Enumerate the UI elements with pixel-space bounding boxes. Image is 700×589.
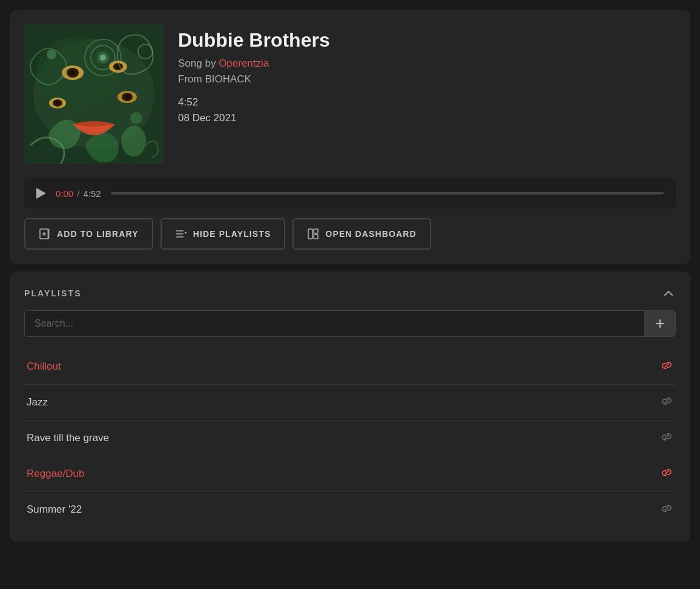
action-buttons: ADD TO LIBRARY HIDE PLAYLISTS OPEN DASHB…: [24, 218, 676, 250]
song-by: Song by Operentzia: [178, 58, 330, 70]
song-date: 08 Dec 2021: [178, 112, 330, 124]
playlist-item[interactable]: Jazz: [24, 385, 676, 421]
play-button[interactable]: [36, 188, 46, 199]
svg-point-9: [70, 70, 75, 75]
add-to-library-label: ADD TO LIBRARY: [57, 229, 139, 239]
playlist-item[interactable]: Rave till the grave: [24, 421, 676, 456]
time-separator: /: [77, 188, 79, 199]
svg-point-15: [56, 101, 59, 105]
playlist-list: Chillout Jazz Rave till the grave Reggae…: [24, 349, 676, 527]
playlist-add-button[interactable]: [644, 311, 675, 336]
add-to-library-button[interactable]: ADD TO LIBRARY: [24, 218, 153, 250]
total-time: 4:52: [83, 188, 101, 199]
song-info: Dubbie Brothers Song by Operentzia From …: [24, 24, 676, 164]
song-card: Dubbie Brothers Song by Operentzia From …: [10, 10, 690, 264]
hide-playlists-button[interactable]: HIDE PLAYLISTS: [160, 218, 286, 250]
hide-playlists-icon: [175, 228, 187, 240]
svg-point-18: [125, 95, 130, 99]
svg-rect-33: [314, 235, 318, 239]
album-art: [24, 24, 163, 164]
playlists-header: PLAYLISTS: [24, 286, 676, 301]
svg-rect-25: [47, 229, 50, 239]
svg-point-19: [47, 50, 56, 59]
open-dashboard-label: OPEN DASHBOARD: [325, 229, 416, 239]
playlist-search-row: [24, 310, 676, 337]
svg-point-20: [130, 112, 142, 124]
playlist-search-input[interactable]: [25, 311, 644, 336]
playlists-card: PLAYLISTS Chillout Jazz Rave till the gr…: [10, 271, 690, 542]
playlist-item[interactable]: Summer '22: [24, 492, 676, 527]
playlist-link-icon: [660, 394, 673, 410]
playlist-item[interactable]: Reggae/Dub: [24, 456, 676, 492]
song-by-label: Song by: [178, 58, 216, 69]
time-display: 0:00 / 4:52: [56, 188, 101, 199]
playlist-item-name: Summer '22: [27, 504, 82, 516]
playlist-item-name: Rave till the grave: [27, 432, 109, 444]
song-album: From BIOHACK: [178, 73, 330, 85]
svg-rect-32: [314, 229, 318, 233]
playlist-link-icon: [660, 430, 673, 446]
open-dashboard-icon: [307, 228, 319, 240]
playlists-title: PLAYLISTS: [24, 288, 82, 298]
player-bar: 0:00 / 4:52: [24, 178, 676, 208]
playlist-link-icon: [660, 466, 673, 482]
playlist-link-icon: [660, 359, 673, 374]
song-duration: 4:52: [178, 96, 330, 108]
play-icon: [36, 188, 46, 199]
playlist-link-icon: [660, 502, 673, 517]
progress-track[interactable]: [111, 192, 664, 195]
song-details: Dubbie Brothers Song by Operentzia From …: [178, 24, 330, 124]
artist-name: Operentzia: [219, 58, 269, 69]
playlist-item-name: Reggae/Dub: [27, 468, 84, 480]
svg-point-6: [100, 55, 106, 61]
playlist-item[interactable]: Chillout: [24, 349, 676, 385]
svg-rect-31: [308, 229, 312, 239]
chevron-up-icon: [662, 287, 675, 299]
add-to-library-icon: [39, 228, 51, 240]
playlist-item-name: Jazz: [27, 396, 48, 408]
collapse-playlists-button[interactable]: [661, 286, 676, 301]
playlist-item-name: Chillout: [27, 361, 61, 373]
current-time: 0:00: [56, 188, 73, 199]
hide-playlists-label: HIDE PLAYLISTS: [193, 229, 271, 239]
song-title: Dubbie Brothers: [178, 29, 330, 52]
open-dashboard-button[interactable]: OPEN DASHBOARD: [292, 218, 431, 250]
plus-icon: [655, 318, 665, 329]
